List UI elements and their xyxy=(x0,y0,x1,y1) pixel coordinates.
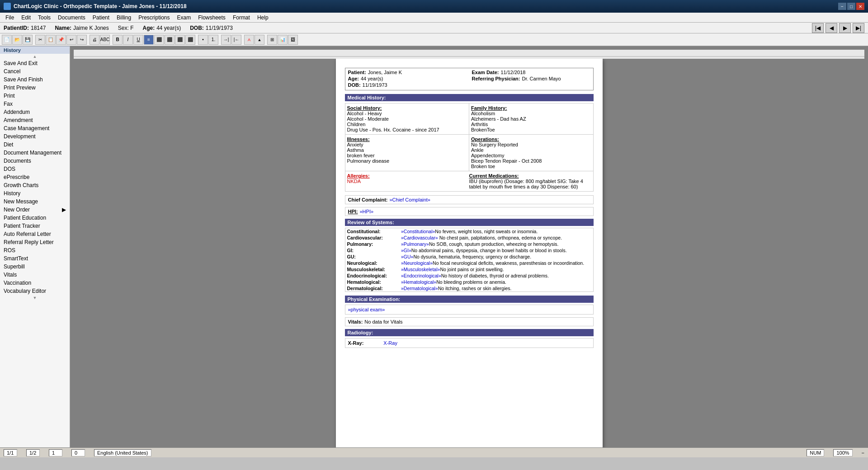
maximize-button[interactable]: □ xyxy=(847,3,855,10)
tb-undo-button[interactable]: ↩ xyxy=(66,35,76,45)
nav-next-button[interactable]: ▶ xyxy=(839,23,851,33)
menu-item-tools[interactable]: Tools xyxy=(34,14,54,22)
tb-outdent-button[interactable]: |← xyxy=(231,35,241,45)
tb-center-button[interactable]: ⬛ xyxy=(165,35,175,45)
sidebar-item-auto-referral-letter[interactable]: Auto Referral Letter xyxy=(0,230,70,238)
menu-item-help[interactable]: Help xyxy=(254,14,272,22)
nav-last-button[interactable]: ▶| xyxy=(853,23,864,33)
sidebar-item-new-order[interactable]: New Order ▶ xyxy=(0,206,70,214)
tb-print-button[interactable]: 🖨 xyxy=(90,35,99,45)
tb-spell-button[interactable]: ABC xyxy=(100,35,110,45)
tb-cut-button[interactable]: ✂ xyxy=(35,35,45,45)
social-item-2: Alcohol - Moderate xyxy=(347,116,467,122)
menu-item-format[interactable]: Format xyxy=(229,14,254,22)
tb-italic-button[interactable]: I xyxy=(123,35,133,45)
ros-label: Neurological: xyxy=(345,260,399,266)
xray-link[interactable]: X-Ray xyxy=(383,340,397,346)
tb-redo-button[interactable]: ↪ xyxy=(77,35,87,45)
patient-info-bar: PatientID: 18147 Name: Jaime K Jones Sex… xyxy=(0,23,868,33)
tb-chart-button[interactable]: 📊 xyxy=(278,35,288,45)
ros-link[interactable]: »Musculoskeletal» xyxy=(401,267,440,272)
zoom-decrease-button[interactable]: − xyxy=(862,450,864,456)
menu-item-flowsheets[interactable]: Flowsheets xyxy=(194,14,229,22)
sidebar-item-cancel[interactable]: Cancel xyxy=(0,67,70,75)
tb-paste-button[interactable]: 📌 xyxy=(56,35,66,45)
sidebar-item-print-preview[interactable]: Print Preview xyxy=(0,84,70,92)
sidebar-item-growth-charts[interactable]: Growth Charts xyxy=(0,181,70,189)
tb-new-button[interactable]: 📄 xyxy=(2,35,12,45)
scroll-up-indicator[interactable]: ▲ xyxy=(0,54,70,59)
sidebar-item-vocabulary-editor[interactable]: Vocabulary Editor xyxy=(0,287,70,295)
ros-link[interactable]: »Hematological» xyxy=(401,279,436,285)
menu-item-patient[interactable]: Patient xyxy=(89,14,113,22)
sidebar-item-documents[interactable]: Documents xyxy=(0,157,70,165)
menu-item-edit[interactable]: Edit xyxy=(18,14,34,22)
ros-link[interactable]: »Pulmonary» xyxy=(401,241,429,247)
sidebar-item-patient-education[interactable]: Patient Education xyxy=(0,214,70,222)
ros-link[interactable]: »Endocrinological» xyxy=(401,273,441,278)
sidebar-item-patient-tracker[interactable]: Patient Tracker xyxy=(0,222,70,230)
menu-item-billing[interactable]: Billing xyxy=(113,14,135,22)
patient-label: Patient: xyxy=(348,70,366,75)
sidebar-item-vitals[interactable]: Vitals xyxy=(0,271,70,279)
scroll-down-indicator[interactable]: ▼ xyxy=(0,295,70,301)
tb-open-button[interactable]: 📂 xyxy=(12,35,22,45)
sidebar-item-superbill[interactable]: Superbill xyxy=(0,263,70,271)
sidebar-item-diet[interactable]: Diet xyxy=(0,141,70,149)
sidebar-item-amendment[interactable]: Amendment xyxy=(0,116,70,124)
tb-underline-button[interactable]: U xyxy=(133,35,143,45)
sidebar-item-referral-reply-letter[interactable]: Referral Reply Letter xyxy=(0,238,70,246)
tb-align-button[interactable]: ≡ xyxy=(144,35,154,45)
tb-table-button[interactable]: ⊞ xyxy=(267,35,277,45)
sidebar-item-new-message[interactable]: New Message xyxy=(0,197,70,206)
sidebar-item-dos[interactable]: DOS xyxy=(0,165,70,173)
ros-link[interactable]: »Constitutional» xyxy=(401,229,435,234)
tb-highlight-button[interactable]: ▲ xyxy=(255,35,264,45)
tb-left-align-button[interactable]: ⬛ xyxy=(154,35,164,45)
tb-right-button[interactable]: ⬛ xyxy=(175,35,185,45)
sidebar-item-ros[interactable]: ROS xyxy=(0,246,70,254)
sidebar-item-case-management[interactable]: Case Management xyxy=(0,124,70,132)
ros-table: Constitutional:»Constitutional»No fevers… xyxy=(345,228,594,292)
chief-complaint-link[interactable]: »Chief Complaint» xyxy=(390,197,431,202)
content-area[interactable]: // ruler ticks will be drawn via inline … xyxy=(70,46,868,447)
nav-first-button[interactable]: |◀ xyxy=(812,23,824,33)
ros-link[interactable]: »GU» xyxy=(401,254,413,259)
menu-item-prescriptions[interactable]: Prescriptions xyxy=(135,14,173,22)
sidebar-item-eprescribe[interactable]: ePrescribe xyxy=(0,173,70,181)
hpi-link[interactable]: »HPI» xyxy=(360,209,374,214)
sidebar-item-fax[interactable]: Fax xyxy=(0,100,70,108)
physical-exam-link[interactable]: »physical exam» xyxy=(348,307,385,312)
tb-copy-button[interactable]: 📋 xyxy=(46,35,56,45)
ros-value: »GU»No dysuria, hematuria, frequency, ur… xyxy=(399,254,593,260)
sidebar-item-development[interactable]: Development xyxy=(0,132,70,141)
ros-link[interactable]: »GI» xyxy=(401,248,411,253)
numlock-status: NUM xyxy=(807,449,824,456)
sidebar-item-smarttext[interactable]: SmartText xyxy=(0,254,70,263)
physical-exam-header: Physical Examination: xyxy=(345,296,594,303)
tb-indent-button[interactable]: →| xyxy=(221,35,231,45)
close-button[interactable]: ✕ xyxy=(856,3,864,10)
sidebar-item-document-management[interactable]: Document Management xyxy=(0,149,70,157)
tb-justify-button[interactable]: ⬛ xyxy=(185,35,195,45)
nav-prev-button[interactable]: ◀ xyxy=(826,23,837,33)
tb-bullet-button[interactable]: • xyxy=(198,35,208,45)
sidebar-item-save-and-finish[interactable]: Save And Finish xyxy=(0,75,70,84)
tb-font-color-button[interactable]: A xyxy=(244,35,254,45)
menu-item-documents[interactable]: Documents xyxy=(54,14,89,22)
tb-image-button[interactable]: 🖼 xyxy=(288,35,298,45)
ros-link[interactable]: »Dermatological» xyxy=(401,286,438,291)
sidebar-item-save-and-exit[interactable]: Save And Exit xyxy=(0,59,70,67)
sidebar-item-vaccination[interactable]: Vaccination xyxy=(0,279,70,287)
menu-item-exam[interactable]: Exam xyxy=(173,14,194,22)
ros-link[interactable]: »Neurological» xyxy=(401,260,433,266)
sidebar-item-print[interactable]: Print xyxy=(0,92,70,100)
sidebar-item-addendum[interactable]: Addendum xyxy=(0,108,70,116)
tb-save-button[interactable]: 💾 xyxy=(23,35,33,45)
tb-numbered-button[interactable]: 1. xyxy=(208,35,218,45)
menu-item-file[interactable]: File xyxy=(2,14,18,22)
sidebar-item-history[interactable]: History xyxy=(0,189,70,197)
minimize-button[interactable]: − xyxy=(838,3,846,10)
ros-link[interactable]: »Cardiovascular» xyxy=(401,235,438,240)
tb-bold-button[interactable]: B xyxy=(113,35,123,45)
